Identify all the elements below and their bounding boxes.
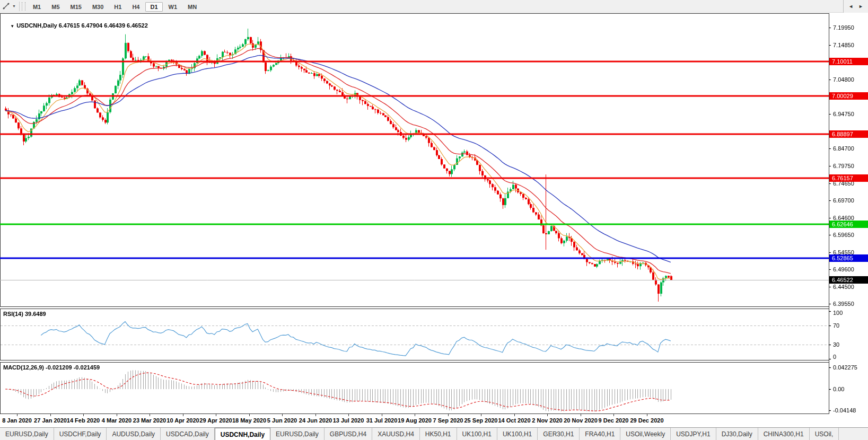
chart-tab-eurusd-daily[interactable]: EURUSD,Daily [0,428,54,440]
date-label: 20 Nov 2020 [564,417,598,424]
date-axis-tick [581,414,581,416]
chart-tab-gbpusd-h4[interactable]: GBPUSD,H4 [325,428,372,440]
date-axis-tick [448,414,449,416]
timeframe-button-M15[interactable]: M15 [66,2,86,12]
date-label: 9 Dec 2020 [599,417,629,424]
chart-tab-bar: EURUSD,DailyUSDCHF,DailyAUDUSD,DailyUSDC… [0,427,868,440]
collapse-caret-icon[interactable]: ▼ [10,24,16,29]
date-axis-tick [415,414,415,416]
date-label: 13 Jul 2020 [333,417,364,424]
date-label: 19 Aug 2020 [398,417,432,424]
chart-ohlc-text: 6.47615 6.47904 6.46439 6.46522 [59,22,148,29]
date-label: 14 Feb 2020 [67,417,100,424]
chart-tab-usdcad-daily[interactable]: USDCAD,Daily [161,428,215,440]
chart-tab-uk100-h1[interactable]: UK100,H1 [497,428,538,440]
date-label: 7 Sep 2020 [433,417,463,424]
price-chart-canvas[interactable] [0,0,868,440]
date-label: 25 Sep 2020 [464,417,498,424]
chart-toolbar: ▼ M1M5M15M30H1H4D1W1MN [0,0,868,13]
chart-tab-xauusd-h4[interactable]: XAUUSD,H4 [372,428,420,440]
date-axis-tick [348,414,349,416]
date-label: 24 Jun 2020 [299,417,332,424]
date-axis-tick [83,414,84,416]
date-label: 2 Nov 2020 [532,417,562,424]
dropdown-caret-icon[interactable]: ▼ [12,4,18,8]
date-label: 29 Apr 2020 [199,417,232,424]
date-label: 18 May 2020 [232,417,266,424]
date-axis-tick [481,414,481,416]
date-axis-tick [150,414,150,416]
date-axis-tick [117,414,117,416]
timeframe-button-H1[interactable]: H1 [109,2,126,12]
chart-tab-eurusd-daily[interactable]: EURUSD,Daily [270,428,325,440]
date-label: 4 Mar 2020 [102,417,131,424]
date-axis-tick [17,414,17,416]
date-axis[interactable]: 8 Jan 202027 Jan 202014 Feb 20204 Mar 20… [0,414,868,427]
date-label: 5 Jun 2020 [267,417,297,424]
date-axis-tick [514,414,515,416]
chart-tab-audusd-daily[interactable]: AUDUSD,Daily [107,428,161,440]
timeframe-button-M30[interactable]: M30 [87,2,108,12]
date-axis-tick [547,414,548,416]
rsi-indicator-label: RSI(14) 39.6489 [3,311,46,317]
chart-tab-ger30-h1[interactable]: GER30,H1 [538,428,580,440]
date-axis-tick [613,414,614,416]
tab-scroll-controls: ◄ ► [843,0,868,13]
chart-title: ▼USDCNH,Daily 6.47615 6.47904 6.46439 6.… [3,16,148,35]
toolbar-separator [19,2,20,11]
date-axis-tick [216,414,216,416]
date-label: 8 Jan 2020 [2,417,32,424]
date-label: 31 Jul 2020 [366,417,398,424]
date-axis-tick [50,414,51,416]
date-axis-tick [382,414,382,416]
date-label: 10 Apr 2020 [166,417,199,424]
chart-tabs: EURUSD,DailyUSDCHF,DailyAUDUSD,DailyUSDC… [0,428,839,440]
chart-tab-usdchf-daily[interactable]: USDCHF,Daily [54,428,107,440]
chart-tab-usoil[interactable]: USOil, [810,428,839,440]
chart-tab-usdjpy-h1[interactable]: USDJPY,H1 [671,428,716,440]
date-label: 27 Jan 2020 [34,417,67,424]
date-axis-tick [183,414,183,416]
date-axis-tick [315,414,316,416]
date-axis-tick [249,414,250,416]
timeframe-button-D1[interactable]: D1 [145,2,162,12]
chart-symbol-label: USDCNH,Daily [16,22,57,29]
date-label: 23 Mar 2020 [133,417,166,424]
toolbar-grip-handle[interactable] [22,2,25,11]
chart-tab-dj30-daily[interactable]: DJ30,Daily [716,428,758,440]
timeframe-button-MN[interactable]: MN [183,2,201,12]
timeframe-button-group: M1M5M15M30H1H4D1W1MN [28,2,202,11]
trading-platform-window: ▼ M1M5M15M30H1H4D1W1MN ▼USDCNH,Daily 6.4… [0,0,868,440]
macd-indicator-label: MACD(12,26,9) -0.021209 -0.021459 [3,364,100,371]
chart-tab-usdcnh-daily[interactable]: USDCNH,Daily [215,428,270,440]
chart-tab-hk50-h1[interactable]: HK50,H1 [420,428,457,440]
tab-scroll-left-icon[interactable]: ◄ [846,4,856,9]
date-label: 29 Dec 2020 [630,417,664,424]
chart-tab-usoil-weekly[interactable]: USOil,Weekly [620,428,671,440]
chart-tab-uk100-h1[interactable]: UK100,H1 [457,428,497,440]
timeframe-button-M5[interactable]: M5 [47,2,64,12]
timeframe-button-M1[interactable]: M1 [28,2,46,12]
date-axis-tick [647,414,647,416]
tab-scroll-right-icon[interactable]: ► [856,4,866,9]
line-study-cursor-icon[interactable] [0,0,12,12]
date-axis-tick [282,414,283,416]
date-label: 14 Oct 2020 [498,417,530,424]
timeframe-button-W1[interactable]: W1 [164,2,182,12]
chart-tab-fra40-h1[interactable]: FRA40,H1 [580,428,620,440]
timeframe-button-H4[interactable]: H4 [127,2,144,12]
chart-tab-china300-h1[interactable]: CHINA300,H1 [758,428,810,440]
